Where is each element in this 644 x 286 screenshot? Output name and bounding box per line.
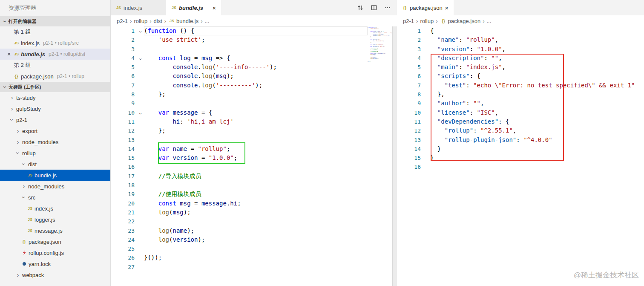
code-text[interactable]: "rollup": "^2.55.1", [430,126,644,135]
code-text[interactable] [144,136,368,144]
open-editor-bundle.js[interactable]: ×JSbundle.jsp2-1 • rollup/dist [0,49,110,60]
breadcrumb-item[interactable]: p2-1 [117,18,128,24]
breadcrumb-item[interactable]: dist [154,18,162,24]
breadcrumb-item[interactable]: ... [486,18,491,24]
tree-item-node_modules[interactable]: ›node_modules [0,136,110,147]
code-line-3: 3 "version": "1.0.0", [397,45,644,54]
code-text[interactable]: console.log('----info-----'); [144,63,368,72]
code-text[interactable]: "main": "index.js", [430,63,644,72]
scrollbar[interactable] [392,26,397,286]
tree-item-webpack[interactable]: ›webpack [0,269,110,280]
code-text[interactable]: const log = msg => { [144,54,368,63]
code-text[interactable]: 'use strict'; [144,35,368,44]
code-text[interactable]: "devDependencies": { [430,117,644,126]
code-text[interactable]: "author": "", [430,99,644,108]
close-icon[interactable]: × [443,4,451,12]
code-text[interactable]: log(msg); [144,208,368,217]
code-text[interactable]: "scripts": { [430,72,644,81]
tree-item-ts-study[interactable]: ›ts-study [0,92,110,103]
tree-item-p2-1[interactable]: ›p2-1 [0,114,110,125]
tree-item-bundle.js[interactable]: JSbundle.js [0,170,110,181]
code-text[interactable] [144,162,368,171]
code-text[interactable]: console.log(msg); [144,72,368,81]
editor-group-main: JSindex.jsJSbundle.js× p2-1›rollup›dist›… [111,0,397,286]
code-text[interactable]: "license": "ISC", [430,108,644,117]
fold-gutter[interactable]: › [136,26,144,35]
code-text[interactable]: }; [144,126,368,135]
code-text[interactable]: hi: 'hi,i am lcj' [144,117,368,126]
tree-item-gulpStudy[interactable]: ›gulpStudy [0,103,110,114]
breadcrumb-item[interactable]: rollup [420,18,434,24]
breadcrumb-item[interactable]: {}package.json [440,17,481,24]
code-text[interactable]: }; [144,90,368,99]
code-line-8: 8 }; [111,90,368,99]
open-editor-package.json[interactable]: {}package.jsonp2-1 • rollup [0,71,110,82]
fold-gutter[interactable]: › [136,54,144,63]
tab-label: index.js [124,5,142,11]
tree-item-node_modules[interactable]: ›node_modules [0,181,110,192]
close-icon[interactable]: × [5,51,13,58]
tree-item-label: yarn.lock [29,261,51,267]
code-text[interactable]: "description": "", [430,54,644,63]
fold-gutter [423,72,430,81]
code-text[interactable]: const msg = message.hi; [144,199,368,208]
code-text[interactable]: log(name); [144,226,368,235]
code-text[interactable]: "test": "echo \"Error: no test specified… [430,81,644,90]
code-line-27: 27 [111,263,368,272]
minimap[interactable]: (function () { 'use strict'; const log =… [368,26,392,286]
tree-item-export[interactable]: ›export [0,125,110,136]
split-editor-icon[interactable] [371,4,377,11]
breadcrumb-item[interactable]: ... [204,18,209,24]
code-text[interactable] [144,45,368,54]
code-text[interactable]: var name = "rollup"; [144,144,368,153]
code-text[interactable] [144,263,368,272]
breadcrumb: p2-1›rollup›dist›JSbundle.js›... [111,15,397,26]
code-line-25: 25 [111,244,368,253]
code-text[interactable]: var message = { [144,108,368,117]
code-text[interactable]: console.log('---------'); [144,81,368,90]
tree-item-rollup[interactable]: ›rollup [0,147,110,159]
tree-item-rollup.config.js[interactable]: rollup.config.js [0,247,110,258]
tree-item-dist[interactable]: ›dist [0,159,110,170]
code-text[interactable]: (function () { [144,26,368,35]
breadcrumb-item[interactable]: rollup [134,18,147,24]
toggle-layout-icon[interactable] [357,4,364,11]
code-text[interactable]: //使用模块成员 [144,190,368,199]
code-text[interactable]: "version": "1.0.0", [430,45,644,54]
code-text[interactable] [144,181,368,190]
code-text[interactable] [144,244,368,253]
breadcrumb-item[interactable]: JSbundle.js [168,17,198,24]
open-editor-index.js[interactable]: JSindex.jsp2-1 • rollup/src [0,38,110,49]
close-icon[interactable]: × [210,4,218,12]
tab-package.json[interactable]: {}package.json× [397,0,454,15]
code-text[interactable]: }()); [144,253,368,262]
code-text[interactable] [144,99,368,108]
workspace-header[interactable]: › 无标题 (工作区) [0,82,110,92]
editor-group-right: {}package.json× p2-1›rollup›{}package.js… [397,0,644,286]
code-text[interactable]: }, [430,90,644,99]
open-editors-header[interactable]: › 打开的编辑器 [0,16,110,26]
code-text[interactable]: "rollup-plugin-json": "^4.0.0" [430,136,644,144]
code-text[interactable]: { [430,26,644,35]
tree-item-package.json[interactable]: {}package.json [0,236,110,247]
more-actions-icon[interactable] [384,4,391,11]
code-text[interactable]: } [430,153,644,162]
tab-bundle.js[interactable]: JSbundle.js× [166,0,221,15]
tab-actions [351,0,397,15]
tree-item-message.js[interactable]: JSmessage.js [0,225,110,236]
code-text[interactable]: //导入模块成员 [144,172,368,181]
tree-item-yarn.lock[interactable]: yarn.lock [0,258,110,269]
tree-item-logger.js[interactable]: JSlogger.js [0,214,110,225]
code-text[interactable] [430,162,644,171]
tab-index.js[interactable]: JSindex.js [111,0,166,15]
code-text[interactable]: log(version); [144,235,368,244]
code-text[interactable] [144,217,368,226]
fold-gutter[interactable]: › [136,108,144,117]
breadcrumb-item[interactable]: p2-1 [403,18,414,24]
tree-item-index.js[interactable]: JSindex.js [0,203,110,214]
code-text[interactable]: } [430,144,644,153]
code-area: 1{2 "name": "rollup",3 "version": "1.0.0… [397,26,644,286]
tree-item-src[interactable]: ›src [0,192,110,203]
code-text[interactable]: "name": "rollup", [430,35,644,44]
code-text[interactable]: var version = "1.0.0"; [144,153,368,162]
